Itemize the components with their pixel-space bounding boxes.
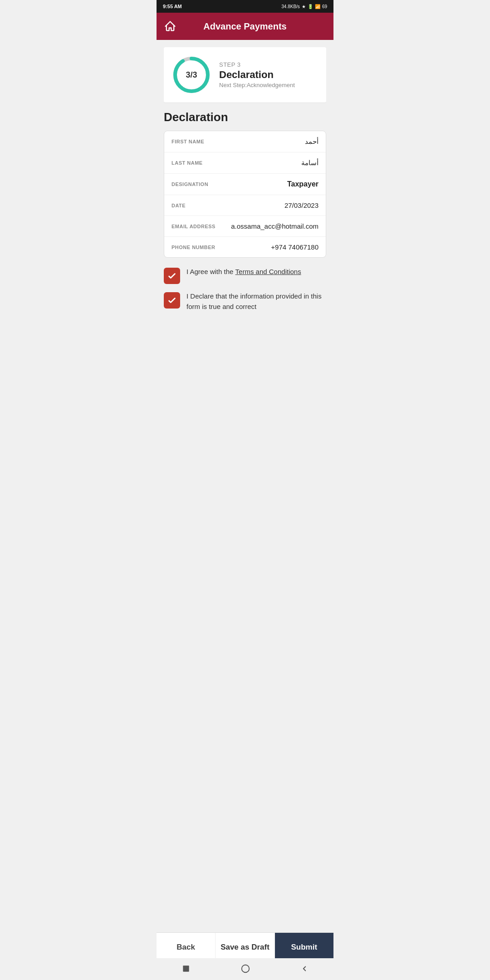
email-value: a.ossama_acc@hotmail.com — [231, 222, 318, 230]
date-value: 27/03/2023 — [284, 201, 318, 209]
bluetooth-icon: ★ — [302, 4, 306, 9]
lastname-label: LAST NAME — [172, 160, 203, 166]
step-next: Next Step:Acknowledgement — [219, 82, 319, 88]
network-speed: 34.8KB/s — [281, 4, 300, 9]
battery-percent: 69 — [322, 4, 327, 9]
info-row-lastname: LAST NAME أسامة — [164, 152, 326, 174]
step-title: Declaration — [219, 69, 319, 81]
wifi-icon: 📶 — [315, 4, 320, 9]
checkbox-section: I Agree with the Terms and Conditions I … — [164, 267, 326, 312]
info-card: FIRST NAME أحمد LAST NAME أسامة DESIGNAT… — [164, 131, 326, 258]
declare-checkbox-item: I Declare that the information provided … — [164, 291, 326, 312]
terms-text: I Agree with the Terms and Conditions — [186, 267, 326, 277]
info-row-firstname: FIRST NAME أحمد — [164, 131, 326, 152]
firstname-value: أحمد — [305, 137, 318, 146]
info-row-date: DATE 27/03/2023 — [164, 195, 326, 216]
status-icons: 34.8KB/s ★ 🔋 📶 69 — [281, 4, 327, 9]
date-label: DATE — [172, 203, 186, 208]
status-bar: 9:55 AM 34.8KB/s ★ 🔋 📶 69 — [157, 0, 333, 13]
step-progress-section: 3/3 STEP 3 Declaration Next Step:Acknowl… — [164, 47, 326, 103]
progress-label: 3/3 — [186, 70, 197, 80]
page-title: Advance Payments — [182, 21, 308, 32]
designation-value: Taxpayer — [287, 180, 318, 188]
step-info: STEP 3 Declaration Next Step:Acknowledge… — [219, 61, 319, 88]
phone-label: PHONE NUMBER — [172, 245, 215, 250]
main-content: 3/3 STEP 3 Declaration Next Step:Acknowl… — [157, 40, 333, 419]
declaration-heading: Declaration — [164, 110, 326, 124]
email-label: EMAIL ADDRESS — [172, 224, 216, 229]
info-row-email: EMAIL ADDRESS a.ossama_acc@hotmail.com — [164, 216, 326, 237]
terms-checkbox[interactable] — [164, 268, 180, 284]
info-row-phone: PHONE NUMBER +974 74067180 — [164, 237, 326, 257]
declare-text: I Declare that the information provided … — [186, 291, 326, 312]
info-row-designation: DESIGNATION Taxpayer — [164, 174, 326, 195]
designation-label: DESIGNATION — [172, 181, 208, 187]
battery-icon: 🔋 — [308, 4, 313, 9]
home-icon[interactable] — [164, 20, 176, 33]
progress-circle: 3/3 — [171, 54, 212, 95]
status-time: 9:55 AM — [163, 4, 182, 9]
step-number: STEP 3 — [219, 61, 319, 68]
phone-value: +974 74067180 — [271, 243, 318, 251]
firstname-label: FIRST NAME — [172, 139, 204, 144]
declare-checkbox[interactable] — [164, 292, 180, 309]
app-header: Advance Payments — [157, 13, 333, 40]
lastname-value: أسامة — [301, 159, 318, 167]
terms-link[interactable]: Terms and Conditions — [235, 268, 301, 275]
terms-checkbox-item: I Agree with the Terms and Conditions — [164, 267, 326, 284]
